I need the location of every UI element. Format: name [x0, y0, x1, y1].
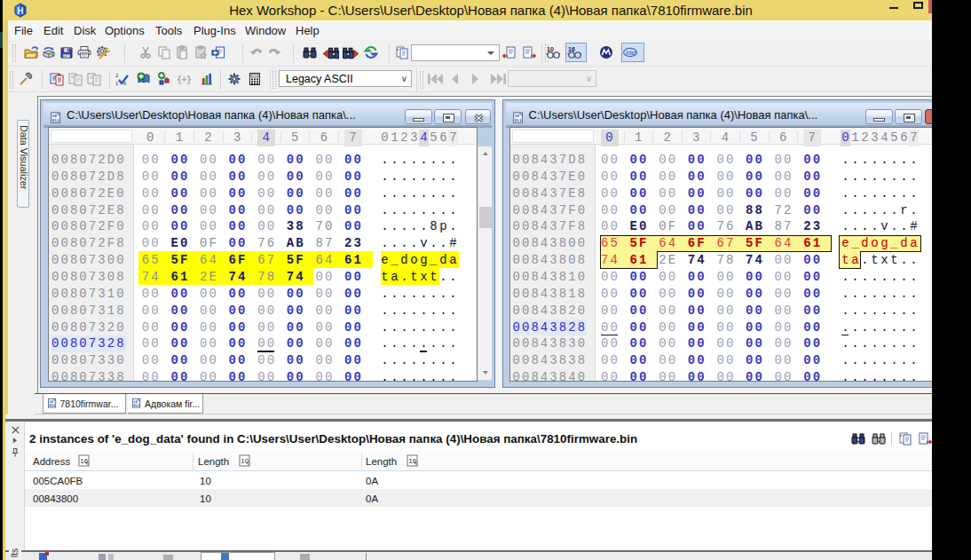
svg-text:10: 10 [547, 46, 554, 52]
svg-text:011: 011 [133, 403, 140, 407]
svg-text:16: 16 [80, 457, 88, 465]
svg-text:2: 2 [115, 73, 119, 78]
svg-text:16: 16 [408, 457, 416, 465]
svg-text:1: 1 [115, 81, 119, 86]
svg-text:011: 011 [49, 403, 56, 407]
svg-text:H: H [17, 6, 23, 16]
svg-text:{+}: {+} [178, 74, 192, 84]
svg-text:16: 16 [568, 46, 575, 52]
svg-text:011: 011 [514, 118, 521, 122]
svg-text:10: 10 [241, 457, 249, 465]
svg-text:intel: intel [626, 50, 636, 56]
svg-text:011: 011 [52, 118, 59, 122]
